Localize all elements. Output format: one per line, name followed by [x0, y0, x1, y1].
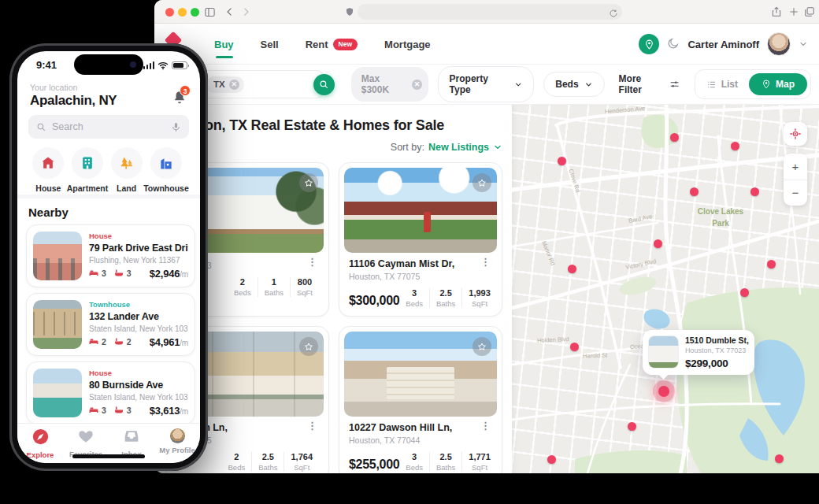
sidebar-toggle-icon[interactable] [203, 6, 216, 18]
more-options-icon[interactable]: ⋮ [479, 258, 492, 266]
listing-photo [33, 369, 82, 417]
zoom-in-button[interactable]: + [784, 154, 807, 180]
more-options-icon[interactable]: ⋮ [306, 422, 319, 430]
property-type-dropdown[interactable]: Property Type [438, 66, 535, 102]
more-options-icon[interactable]: ⋮ [479, 422, 492, 430]
map-listing-tooltip[interactable]: 1510 Dumble St, Houston, TX 77023 $299,0… [643, 330, 754, 375]
favorite-button[interactable] [299, 173, 318, 192]
apartment-icon [72, 147, 103, 179]
user-name[interactable]: Carter Aminoff [687, 39, 759, 50]
current-location[interactable]: Apalachin, NY [30, 93, 117, 109]
favorite-button[interactable] [472, 337, 491, 356]
more-options-icon[interactable]: ⋮ [306, 258, 319, 266]
category-house[interactable]: House [30, 147, 67, 193]
listing-tag: House [89, 369, 188, 377]
user-avatar[interactable] [767, 32, 791, 56]
listing-meta: 33$2,946/m [89, 266, 188, 280]
map-pin[interactable] [570, 343, 579, 351]
map-pin[interactable] [654, 239, 662, 248]
favorite-button[interactable] [299, 337, 318, 356]
listing-price-unit: /m [180, 270, 188, 279]
nearby-listing-card[interactable]: House79 Park Drive East DriveFlushing, N… [26, 224, 195, 287]
remove-chip-icon[interactable]: ✕ [229, 80, 239, 90]
tab-my-profile[interactable]: My Profile [156, 428, 198, 454]
map-pin[interactable] [750, 187, 759, 196]
minimize-window-button[interactable] [178, 8, 187, 17]
chevron-down-icon[interactable] [799, 39, 808, 49]
location-chip[interactable]: TX ✕ [206, 76, 244, 93]
stat: 1,764SqFt [284, 452, 319, 472]
stat-label: Baths [436, 463, 455, 472]
new-badge: New [333, 39, 358, 50]
more-filter-button[interactable]: More Filter [614, 67, 685, 102]
nearby-listing-card[interactable]: Townhouse132 Lander AveStaten Island, Ne… [26, 293, 195, 356]
chevron-down-icon [493, 143, 502, 152]
category-apartment[interactable]: Apartment [67, 147, 109, 193]
nav-item-sell[interactable]: Sell [261, 39, 279, 50]
location-pin-icon[interactable] [639, 34, 659, 54]
notifications-bell-icon[interactable]: 3 [172, 89, 187, 108]
refresh-icon[interactable] [609, 7, 618, 21]
new-tab-icon[interactable] [788, 6, 800, 18]
nav-item-label: Buy [214, 39, 234, 50]
stat-label: Beds [234, 288, 251, 297]
price-filter-chip[interactable]: Max $300K ✕ [351, 67, 428, 102]
category-townhouse[interactable]: Townhouse [145, 147, 187, 193]
property-grid: TX 77023⋮2Beds1Baths800SqFt11106 Cayman … [165, 162, 502, 473]
list-view-label: List [721, 79, 738, 90]
mic-icon [171, 122, 181, 132]
listing-tag: House [89, 232, 188, 240]
tab-explore[interactable]: Explore [19, 428, 61, 459]
tabs-overview-icon[interactable] [803, 6, 816, 18]
category-land[interactable]: Land [108, 147, 145, 193]
home-indicator[interactable] [72, 454, 145, 458]
listing-address: 132 Lander Ave [89, 311, 188, 322]
forward-icon[interactable] [239, 6, 252, 18]
nav-item-label: Rent [306, 39, 328, 50]
beds-dropdown[interactable]: Beds [543, 72, 604, 97]
map-pin[interactable] [775, 454, 784, 463]
map-view-button[interactable]: Map [749, 73, 807, 95]
favorite-button[interactable] [472, 173, 491, 192]
list-icon [706, 80, 717, 90]
listing-price-unit: /m [180, 339, 188, 347]
map[interactable]: Henderson AveClove RdBard AveVictory Blv… [512, 105, 819, 473]
back-icon[interactable] [224, 6, 236, 18]
search-submit-button[interactable] [313, 74, 335, 95]
share-icon[interactable] [770, 6, 783, 18]
search-input[interactable]: Search [28, 115, 189, 139]
dynamic-island [74, 54, 143, 75]
map-pin[interactable] [670, 133, 679, 142]
fullscreen-window-button[interactable] [191, 8, 199, 17]
map-pin[interactable] [547, 455, 556, 464]
sort-control[interactable]: Sort by: New Listings [391, 142, 502, 153]
map-pin[interactable] [690, 187, 699, 196]
property-card[interactable]: 10227 Dawson Hill Ln,Houston, TX 77044⋮$… [339, 326, 502, 473]
map-pin-selected[interactable] [658, 386, 669, 397]
map-pin[interactable] [568, 265, 576, 273]
locate-me-button[interactable] [784, 122, 807, 146]
map-pin[interactable] [558, 157, 566, 165]
zoom-out-button[interactable]: − [784, 180, 807, 206]
stat: 2.5Baths [251, 452, 284, 472]
inbox-icon [124, 428, 139, 447]
listing-price: $3,613/m [150, 405, 188, 417]
nav-item-rent[interactable]: RentNew [306, 39, 358, 50]
remove-price-chip-icon[interactable]: ✕ [412, 80, 421, 90]
stat-value: 1,764 [291, 452, 313, 461]
nearby-listing-card[interactable]: House80 Burnside AveStaten Island, New Y… [26, 361, 195, 424]
list-view-button[interactable]: List [699, 74, 746, 94]
sort-value[interactable]: New Listings [428, 142, 489, 153]
nav-item-mortgage[interactable]: Mortgage [384, 39, 431, 50]
address-bar[interactable] [358, 4, 622, 20]
close-window-button[interactable] [165, 8, 174, 17]
nav-item-buy[interactable]: Buy [214, 39, 234, 50]
map-pin[interactable] [628, 422, 636, 431]
property-card[interactable]: 11106 Cayman Mist Dr,Houston, TX 77075⋮$… [339, 162, 502, 317]
map-pin[interactable] [740, 288, 749, 297]
map-pin[interactable] [731, 142, 739, 150]
dark-mode-icon[interactable] [667, 37, 680, 52]
map-pin[interactable] [767, 260, 776, 269]
stat: 2Beds [222, 452, 252, 472]
search-icon [36, 122, 46, 132]
